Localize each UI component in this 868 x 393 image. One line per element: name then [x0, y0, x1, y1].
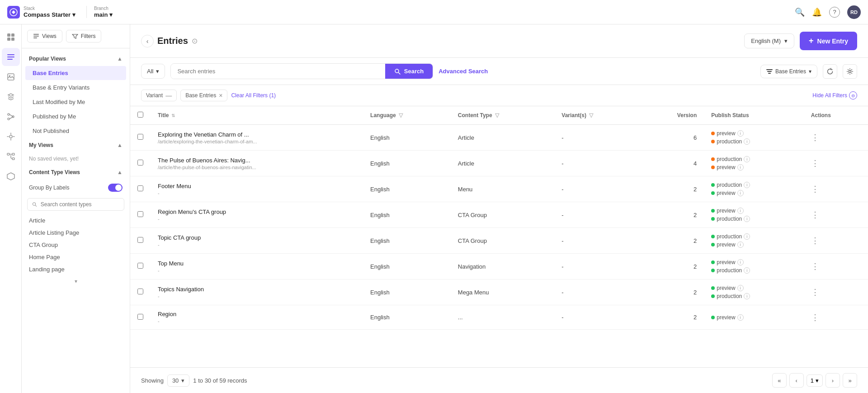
sidebar-item-base-entries[interactable]: Base Entries	[25, 66, 126, 80]
user-avatar[interactable]: RD	[847, 5, 861, 19]
my-views-header[interactable]: My Views ▲	[22, 138, 130, 152]
sidebar-item-releases[interactable]	[2, 128, 20, 146]
select-all-checkbox[interactable]	[137, 112, 143, 118]
base-entries-chip-remove[interactable]: ×	[219, 92, 222, 99]
next-page-button[interactable]: ›	[826, 373, 840, 388]
variants-filter-icon[interactable]: ▽	[589, 112, 593, 118]
status-info-icon[interactable]: i	[737, 285, 744, 291]
settings-button[interactable]	[843, 64, 857, 79]
status-info-icon[interactable]: i	[737, 130, 744, 137]
clear-all-filters-button[interactable]: Clear All Filters (1)	[231, 92, 276, 99]
first-page-button[interactable]: «	[772, 373, 787, 388]
sidebar-item-base-entry-variants[interactable]: Base & Entry Variants	[25, 80, 126, 95]
row-actions-button[interactable]: ⋮	[811, 313, 819, 322]
sidebar-item-taxonomy[interactable]	[2, 147, 20, 166]
per-page-select[interactable]: 30 ▾	[167, 374, 189, 387]
back-button[interactable]: ‹	[141, 35, 154, 47]
stack-info: Stack Compass Starter ▾	[24, 6, 75, 19]
status-info-icon[interactable]: i	[744, 182, 750, 188]
status-info-icon[interactable]: i	[744, 138, 750, 145]
status-info-icon[interactable]: i	[737, 164, 744, 170]
group-by-labels-toggle[interactable]	[108, 184, 123, 192]
status-info-icon[interactable]: i	[744, 216, 750, 222]
content-type-home-page[interactable]: Home Page	[22, 251, 130, 263]
entry-title[interactable]: The Pulse of Buenos Aires: Navig...	[158, 157, 356, 164]
status-info-icon[interactable]: i	[744, 293, 750, 299]
views-button[interactable]: Views	[27, 30, 62, 43]
row-actions-button[interactable]: ⋮	[811, 288, 819, 297]
stack-name[interactable]: Compass Starter ▾	[24, 11, 75, 19]
status-info-icon[interactable]: i	[744, 233, 750, 240]
language-filter-icon[interactable]: ▽	[399, 112, 403, 118]
entry-title[interactable]: Top Menu	[158, 260, 356, 267]
sidebar-item-content-model[interactable]	[2, 88, 20, 106]
variant-chip-remove[interactable]: —	[165, 92, 172, 99]
sidebar-item-dashboard[interactable]	[2, 28, 20, 46]
entry-title[interactable]: Region Menu's CTA group	[158, 208, 356, 215]
row-actions-button[interactable]: ⋮	[811, 262, 819, 271]
sidebar-item-workflows[interactable]	[2, 108, 20, 126]
entries-help-icon[interactable]: ⊙	[192, 37, 198, 45]
status-info-icon[interactable]: i	[737, 314, 744, 321]
last-page-button[interactable]: »	[843, 373, 857, 388]
content-type-article[interactable]: Article	[22, 214, 130, 227]
content-type-filter-icon[interactable]: ▽	[495, 112, 499, 118]
row-checkbox[interactable]	[137, 289, 143, 294]
advanced-search-button[interactable]: Advanced Search	[439, 68, 488, 75]
sidebar-item-extensions[interactable]	[2, 167, 20, 185]
language-dropdown[interactable]: English (M) ▾	[744, 33, 794, 48]
row-checkbox[interactable]	[137, 134, 143, 140]
base-entries-dropdown[interactable]: Base Entries ▾	[760, 65, 817, 78]
branch-name[interactable]: main ▾	[94, 11, 113, 19]
row-checkbox[interactable]	[137, 237, 143, 243]
entry-title[interactable]: Region	[158, 311, 356, 317]
row-checkbox[interactable]	[137, 263, 143, 269]
status-info-icon[interactable]: i	[737, 241, 744, 248]
row-checkbox[interactable]	[137, 314, 143, 320]
row-checkbox[interactable]	[137, 211, 143, 217]
all-dropdown[interactable]: All ▾	[141, 64, 165, 79]
content-type-cta-group[interactable]: CTA Group	[22, 239, 130, 251]
refresh-button[interactable]	[823, 64, 837, 79]
entries-title: Entries	[157, 36, 188, 46]
sidebar-item-not-published[interactable]: Not Published	[25, 124, 126, 138]
entry-title[interactable]: Exploring the Venetian Charm of ...	[158, 131, 356, 138]
search-input[interactable]	[171, 64, 385, 79]
sidebar-item-entries[interactable]	[2, 48, 20, 66]
content-type-landing-page[interactable]: Landing page	[22, 263, 130, 275]
row-actions-button[interactable]: ⋮	[811, 185, 819, 194]
content-type-article-listing[interactable]: Article Listing Page	[22, 227, 130, 239]
status-info-icon[interactable]: i	[737, 208, 744, 214]
title-sort-icon[interactable]: ⇅	[171, 113, 175, 118]
row-actions-button[interactable]: ⋮	[811, 210, 819, 219]
row-actions-button[interactable]: ⋮	[811, 133, 819, 142]
row-checkbox[interactable]	[137, 160, 143, 166]
status-info-icon[interactable]: i	[737, 190, 744, 196]
status-info-icon[interactable]: i	[737, 259, 744, 265]
row-actions-button[interactable]: ⋮	[811, 236, 819, 245]
entry-url: -	[158, 242, 356, 247]
nav-left: Stack Compass Starter ▾ Branch main ▾	[7, 6, 113, 19]
entry-title[interactable]: Footer Menu	[158, 183, 356, 189]
row-actions-button[interactable]: ⋮	[811, 159, 819, 168]
search-content-types-input[interactable]	[41, 201, 119, 208]
row-checkbox[interactable]	[137, 185, 143, 191]
new-entry-button[interactable]: + New Entry	[800, 32, 857, 50]
hide-all-filters-button[interactable]: Hide All Filters ⊖	[812, 91, 857, 99]
entry-url: -	[158, 190, 356, 196]
prev-page-button[interactable]: ‹	[789, 373, 804, 388]
global-search-icon[interactable]: 🔍	[795, 7, 805, 17]
content-type-views-header[interactable]: Content Type Views ▲	[22, 166, 130, 179]
entry-title[interactable]: Topics Navigation	[158, 286, 356, 293]
sidebar-item-assets[interactable]	[2, 68, 20, 86]
filters-button[interactable]: Filters	[66, 30, 102, 43]
sidebar-item-last-modified[interactable]: Last Modified by Me	[25, 95, 126, 109]
entry-title[interactable]: Topic CTA group	[158, 234, 356, 241]
notifications-icon[interactable]: 🔔	[812, 7, 822, 17]
sidebar-item-published-by-me[interactable]: Published by Me	[25, 109, 126, 123]
popular-views-header[interactable]: Popular Views ▲	[22, 52, 130, 66]
status-info-icon[interactable]: i	[744, 156, 750, 162]
search-button[interactable]: Search	[385, 64, 433, 79]
status-info-icon[interactable]: i	[744, 267, 750, 274]
help-icon[interactable]: ?	[829, 7, 840, 18]
